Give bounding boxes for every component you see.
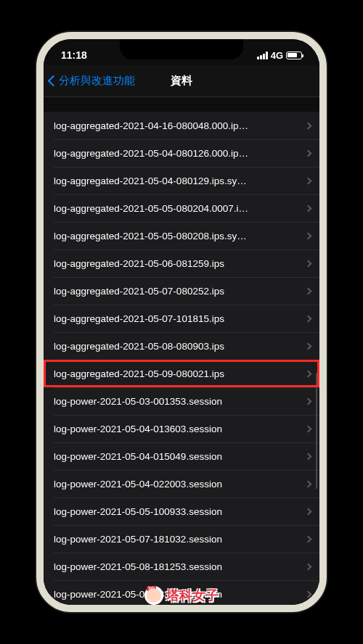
- chevron-right-icon: [305, 315, 312, 322]
- log-row-label: log-aggregated-2021-05-05-080204.0007.i…: [54, 203, 300, 214]
- log-row-label: log-power-2021-05-04-015049.session: [54, 451, 300, 462]
- chevron-right-icon: [305, 397, 312, 405]
- list-container[interactable]: log-aggregated-2021-04-16-080048.000.ip……: [44, 97, 319, 605]
- back-label: 分析與改進功能: [59, 74, 135, 88]
- page-title: 資料: [171, 74, 192, 88]
- chevron-right-icon: [305, 177, 312, 184]
- chevron-right-icon: [305, 149, 312, 157]
- chevron-right-icon: [305, 425, 312, 432]
- log-row[interactable]: log-power-2021-05-04-022003.session: [44, 470, 319, 498]
- chevron-right-icon: [305, 260, 312, 267]
- chevron-right-icon: [305, 205, 312, 212]
- log-row-label: log-aggregated-2021-05-09-080021.ips: [54, 368, 300, 379]
- watermark-text: 塔科女子: [166, 587, 219, 604]
- chevron-right-icon: [305, 508, 312, 515]
- log-row[interactable]: log-aggregated-2021-05-06-081259.ips: [44, 249, 319, 277]
- back-button[interactable]: 分析與改進功能: [44, 74, 135, 88]
- log-row-label: log-aggregated-2021-05-04-080126.000.ip…: [54, 148, 300, 159]
- log-row-label: log-aggregated-2021-05-04-080129.ips.sy…: [54, 176, 300, 186]
- log-row[interactable]: log-aggregated-2021-05-09-080021.ips: [44, 360, 319, 387]
- log-row-label: log-aggregated-2021-05-06-081259.ips: [54, 258, 300, 269]
- log-row[interactable]: log-power-2021-05-04-013603.session: [44, 415, 319, 442]
- log-row[interactable]: log-aggregated-2021-05-05-080204.0007.i…: [44, 194, 319, 222]
- log-row[interactable]: log-aggregated-2021-05-07-101815.ips: [44, 305, 319, 332]
- log-row[interactable]: log-power-2021-05-08-181253.session: [44, 553, 319, 580]
- log-row[interactable]: log-power-2021-05-03-001353.session: [44, 387, 319, 415]
- log-row[interactable]: log-aggregated-2021-05-04-080126.000.ip…: [44, 139, 319, 167]
- status-time: 11:18: [61, 49, 87, 61]
- log-list: log-aggregated-2021-04-16-080048.000.ip……: [44, 112, 319, 605]
- log-row-label: log-aggregated-2021-05-05-080208.ips.sy…: [54, 231, 300, 242]
- log-row-label: log-power-2021-05-04-022003.session: [54, 479, 300, 490]
- log-row[interactable]: log-aggregated-2021-05-08-080903.ips: [44, 332, 319, 360]
- phone-frame: 11:18 4G 分析與改進功能 資料 log-aggregated-2021-…: [36, 32, 327, 612]
- phone-notch: [120, 39, 243, 59]
- screen: 11:18 4G 分析與改進功能 資料 log-aggregated-2021-…: [44, 39, 319, 605]
- log-row[interactable]: log-aggregated-2021-05-04-080129.ips.sy…: [44, 167, 319, 194]
- nav-bar: 分析與改進功能 資料: [44, 65, 319, 97]
- chevron-right-icon: [305, 590, 312, 598]
- network-label: 4G: [271, 50, 283, 61]
- log-row[interactable]: log-power-2021-05-07-181032.session: [44, 525, 319, 553]
- chevron-right-icon: [305, 342, 312, 350]
- chevron-right-icon: [305, 232, 312, 239]
- chevron-right-icon: [305, 370, 312, 377]
- chevron-left-icon: [48, 75, 60, 87]
- log-row-label: log-power-2021-05-03-001353.session: [54, 396, 300, 407]
- chevron-right-icon: [305, 480, 312, 487]
- log-row[interactable]: log-power-2021-05-05-100933.session: [44, 498, 319, 525]
- chevron-right-icon: [305, 563, 312, 570]
- watermark: 3C 塔科女子: [144, 586, 219, 605]
- log-row-label: log-aggregated-2021-04-16-080048.000.ip…: [54, 120, 300, 131]
- log-row[interactable]: log-aggregated-2021-04-16-080048.000.ip…: [44, 112, 319, 139]
- chevron-right-icon: [305, 453, 312, 460]
- chevron-right-icon: [305, 122, 312, 129]
- battery-icon: [286, 51, 302, 59]
- watermark-avatar-icon: 3C: [144, 586, 163, 605]
- log-row[interactable]: log-aggregated-2021-05-07-080252.ips: [44, 277, 319, 305]
- log-row-label: log-aggregated-2021-05-07-080252.ips: [54, 286, 300, 297]
- log-row[interactable]: log-aggregated-2021-05-05-080208.ips.sy…: [44, 222, 319, 249]
- log-row-label: log-aggregated-2021-05-08-080903.ips: [54, 341, 300, 352]
- log-row[interactable]: log-power-2021-05-04-015049.session: [44, 442, 319, 470]
- chevron-right-icon: [305, 535, 312, 542]
- log-row-label: log-power-2021-05-04-013603.session: [54, 424, 300, 434]
- scroll-indicator[interactable]: [316, 373, 318, 489]
- log-row-label: log-power-2021-05-08-181253.session: [54, 561, 300, 572]
- status-right: 4G: [257, 50, 302, 61]
- chevron-right-icon: [305, 287, 312, 294]
- log-row-label: log-power-2021-05-07-181032.session: [54, 534, 300, 545]
- log-row-label: log-power-2021-05-05-100933.session: [54, 506, 300, 517]
- log-row-label: log-aggregated-2021-05-07-101815.ips: [54, 313, 300, 324]
- signal-icon: [257, 51, 268, 59]
